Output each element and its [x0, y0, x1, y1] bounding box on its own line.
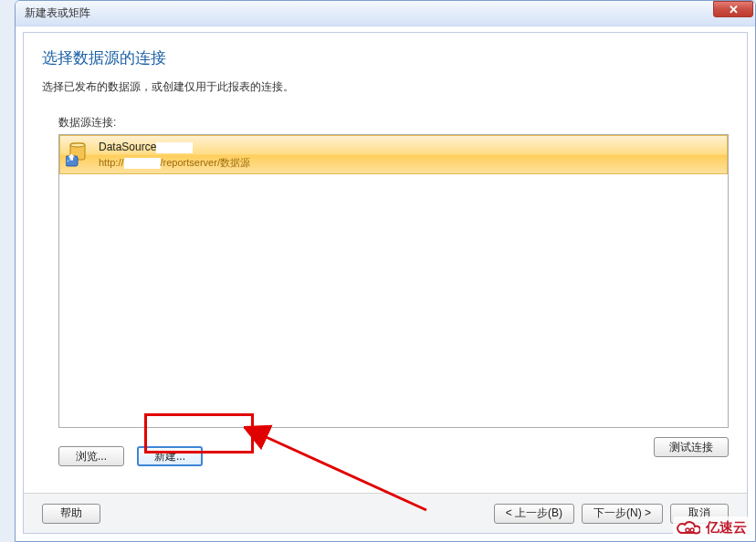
- next-button[interactable]: 下一步(N) >: [582, 504, 663, 524]
- wizard-content: 选择数据源的连接 选择已发布的数据源，或创建仅用于此报表的连接。 数据源连接:: [42, 47, 729, 485]
- list-label: 数据源连接:: [58, 115, 729, 130]
- watermark-logo: 亿速云: [673, 516, 751, 538]
- close-button[interactable]: ✕: [713, 1, 753, 17]
- close-icon: ✕: [729, 4, 739, 16]
- left-buttons: 浏览... 新建...: [58, 446, 203, 466]
- wizard-window: 新建表或矩阵 ✕ 选择数据源的连接 选择已发布的数据源，或创建仅用于此报表的连接…: [15, 0, 756, 542]
- test-connection-button[interactable]: 测试连接: [654, 437, 729, 457]
- wizard-footer: 帮助 < 上一步(B) 下一步(N) > 取消: [24, 493, 747, 533]
- watermark-text: 亿速云: [706, 519, 747, 537]
- datasource-icon: [66, 141, 91, 167]
- svg-point-5: [690, 528, 694, 532]
- page-description: 选择已发布的数据源，或创建仅用于此报表的连接。: [42, 79, 729, 95]
- datasource-texts: DataSource http:///reportserver/数据源: [99, 140, 250, 169]
- page-heading: 选择数据源的连接: [42, 47, 729, 68]
- window-title: 新建表或矩阵: [25, 5, 90, 21]
- datasource-item[interactable]: DataSource http:///reportserver/数据源: [59, 135, 728, 174]
- browse-button[interactable]: 浏览...: [58, 446, 124, 466]
- new-button[interactable]: 新建...: [137, 446, 203, 466]
- redacted-block: [124, 158, 161, 169]
- svg-point-1: [70, 143, 85, 147]
- titlebar: 新建表或矩阵 ✕: [16, 1, 755, 26]
- datasource-actions: 浏览... 新建... 测试连接: [58, 437, 729, 466]
- help-button[interactable]: 帮助: [42, 504, 100, 524]
- datasource-list[interactable]: DataSource http:///reportserver/数据源: [58, 134, 729, 428]
- wizard-inner: 选择数据源的连接 选择已发布的数据源，或创建仅用于此报表的连接。 数据源连接:: [23, 32, 748, 534]
- back-button[interactable]: < 上一步(B): [494, 504, 574, 524]
- datasource-url: http:///reportserver/数据源: [99, 156, 250, 169]
- svg-point-4: [686, 528, 689, 532]
- redacted-block: [156, 142, 193, 153]
- datasource-name: DataSource: [99, 140, 250, 154]
- cloud-icon: [677, 518, 700, 537]
- right-buttons: 测试连接: [654, 437, 729, 466]
